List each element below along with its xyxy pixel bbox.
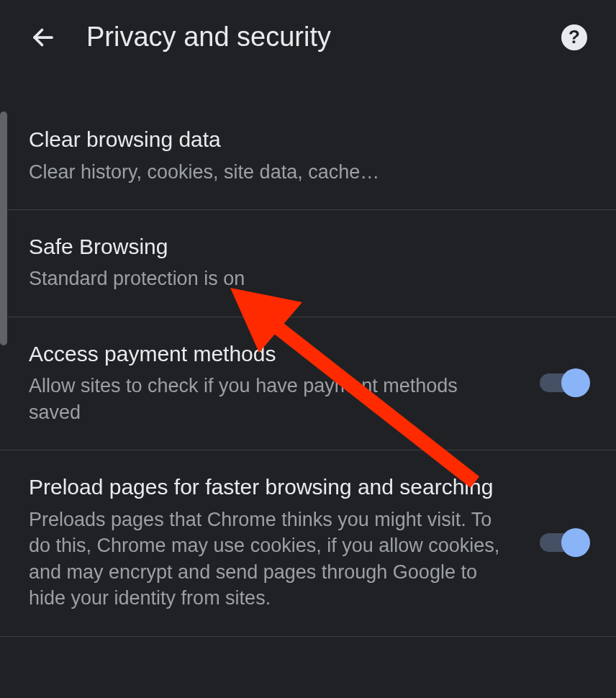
- setting-text: Access payment methods Allow sites to ch…: [29, 340, 525, 425]
- setting-subtitle: Standard protection is on: [29, 266, 573, 291]
- setting-text: Preload pages for faster browsing and se…: [29, 473, 525, 611]
- page-title: Privacy and security: [86, 22, 533, 53]
- setting-subtitle: Preloads pages that Chrome thinks you mi…: [29, 507, 511, 612]
- setting-access-payment-methods[interactable]: Access payment methods Allow sites to ch…: [0, 317, 616, 450]
- setting-safe-browsing[interactable]: Safe Browsing Standard protection is on: [0, 210, 616, 317]
- help-button[interactable]: ?: [561, 24, 587, 50]
- arrow-left-icon: [30, 24, 56, 50]
- setting-subtitle: Clear history, cookies, site data, cache…: [29, 159, 573, 185]
- setting-text: Clear browsing data Clear history, cooki…: [29, 126, 587, 185]
- settings-list: Clear browsing data Clear history, cooki…: [0, 81, 616, 637]
- page-header: Privacy and security ?: [0, 0, 616, 81]
- setting-subtitle: Allow sites to check if you have payment…: [29, 373, 511, 425]
- setting-title: Safe Browsing: [29, 233, 573, 260]
- question-mark-icon: ?: [569, 26, 580, 48]
- setting-title: Clear browsing data: [29, 126, 573, 153]
- toggle-preload-pages[interactable]: [540, 533, 587, 552]
- back-button[interactable]: [29, 23, 58, 52]
- setting-title: Preload pages for faster browsing and se…: [29, 473, 511, 501]
- setting-text: Safe Browsing Standard protection is on: [29, 233, 587, 292]
- scroll-indicator[interactable]: [0, 112, 7, 345]
- toggle-access-payment-methods[interactable]: [540, 373, 587, 392]
- setting-clear-browsing-data[interactable]: Clear browsing data Clear history, cooki…: [0, 103, 616, 210]
- setting-preload-pages[interactable]: Preload pages for faster browsing and se…: [0, 450, 616, 636]
- setting-title: Access payment methods: [29, 340, 511, 368]
